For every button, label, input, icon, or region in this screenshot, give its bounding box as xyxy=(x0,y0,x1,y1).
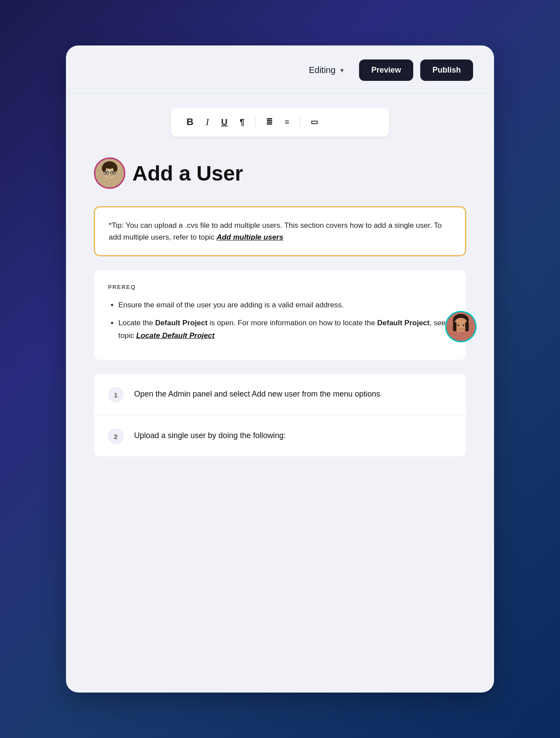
bold-button[interactable]: B xyxy=(181,114,199,130)
author-avatar-right xyxy=(445,311,477,342)
prereq-list: Ensure the email of the user you are add… xyxy=(108,299,452,342)
tip-box: *Tip: You can upload a .cvs file to add … xyxy=(94,206,466,256)
step-number-2: 2 xyxy=(108,428,124,444)
publish-button[interactable]: Publish xyxy=(420,59,473,81)
step-text-2: Upload a single user by doing the follow… xyxy=(134,428,286,442)
bold-text-default-project-2: Default Project xyxy=(377,319,429,327)
editing-dropdown-button[interactable]: Editing ▼ xyxy=(302,61,352,80)
prereq-label: PREREQ xyxy=(108,282,452,292)
italic-icon: I xyxy=(206,117,209,127)
locate-default-project-link[interactable]: Locate Default Project xyxy=(136,331,215,340)
prereq-item-1: Ensure the email of the user you are add… xyxy=(118,299,452,312)
svg-point-17 xyxy=(463,324,464,326)
bold-icon: B xyxy=(187,117,194,127)
page-title-row: Add a User xyxy=(94,157,466,189)
svg-point-10 xyxy=(102,165,106,172)
underline-icon: U xyxy=(221,118,227,126)
step-row-1: 1 Open the Admin panel and select Add ne… xyxy=(94,374,466,415)
step-row-2: 2 Upload a single user by doing the foll… xyxy=(94,415,466,456)
toolbar-divider-2 xyxy=(300,116,300,128)
page-title: Add a User xyxy=(132,161,243,185)
top-bar: Editing ▼ Preview Publish xyxy=(66,45,494,94)
add-multiple-users-link[interactable]: Add multiple users xyxy=(217,233,283,241)
unordered-list-icon: ≡ xyxy=(285,118,290,126)
chevron-down-icon: ▼ xyxy=(339,67,345,74)
svg-point-8 xyxy=(112,172,114,174)
prereq-item-2: Locate the Default Project is open. For … xyxy=(118,317,452,342)
italic-button[interactable]: I xyxy=(200,114,214,130)
svg-point-11 xyxy=(113,165,118,172)
comment-button[interactable]: ▭ xyxy=(305,115,323,129)
step-number-1: 1 xyxy=(108,387,124,403)
paragraph-icon: ¶ xyxy=(240,118,245,126)
step-text-1: Open the Admin panel and select Add new … xyxy=(134,386,380,400)
unordered-list-button[interactable]: ≡ xyxy=(280,115,295,129)
svg-rect-18 xyxy=(453,322,456,331)
prereq-box: PREREQ Ensure the email of the user you … xyxy=(94,270,466,360)
main-card: Editing ▼ Preview Publish B I U ¶ ≣ ≡ ▭ xyxy=(66,45,494,693)
svg-point-7 xyxy=(105,172,107,174)
underline-button[interactable]: U xyxy=(216,114,232,130)
toolbar-divider-1 xyxy=(255,116,256,128)
ordered-list-icon: ≣ xyxy=(266,118,273,126)
author-avatar-left xyxy=(94,157,125,189)
svg-point-15 xyxy=(455,320,467,332)
formatting-toolbar: B I U ¶ ≣ ≡ ▭ xyxy=(171,108,389,136)
steps-box: 1 Open the Admin panel and select Add ne… xyxy=(94,374,466,456)
svg-rect-19 xyxy=(465,322,469,331)
paragraph-button[interactable]: ¶ xyxy=(235,114,250,130)
svg-point-16 xyxy=(457,324,459,326)
preview-button[interactable]: Preview xyxy=(359,59,413,81)
editing-label: Editing xyxy=(309,65,335,75)
ordered-list-button[interactable]: ≣ xyxy=(261,115,278,129)
bold-text-default-project-1: Default Project xyxy=(155,319,207,327)
content-area: Add a User *Tip: You can upload a .cvs f… xyxy=(66,136,494,456)
comment-icon: ▭ xyxy=(311,118,318,126)
